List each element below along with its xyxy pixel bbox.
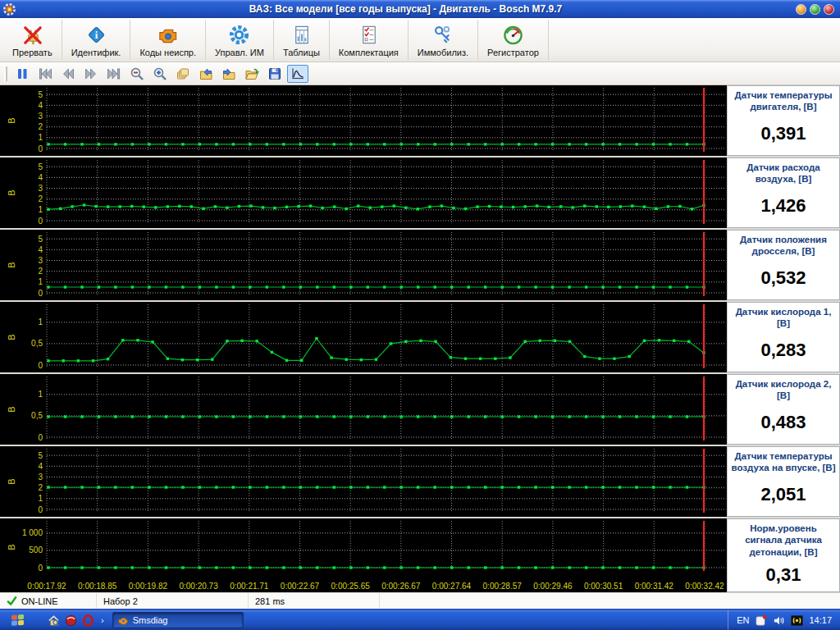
minimize-button[interactable] [796, 4, 806, 15]
series-marker [367, 143, 369, 145]
series-marker [476, 205, 478, 208]
maximize-button[interactable] [810, 4, 820, 15]
sensor-value: 0,31 [766, 564, 801, 586]
rewind-button[interactable] [57, 65, 79, 83]
series-marker [484, 143, 486, 145]
y-tick-label: 500 [29, 546, 43, 555]
quick-launch-globe-icon[interactable] [65, 614, 77, 627]
series-marker [47, 486, 49, 488]
series-marker [434, 566, 436, 568]
skip-end-button[interactable] [103, 65, 125, 83]
series-marker [181, 285, 184, 288]
y-tick-label: 1 [38, 133, 43, 142]
chart-plot: 00,51В [0, 374, 727, 445]
series-marker [568, 415, 570, 418]
series-marker [669, 285, 671, 288]
series-marker [77, 359, 80, 362]
series-marker [428, 205, 431, 208]
zoom-in-button[interactable] [149, 65, 171, 83]
save-button[interactable] [264, 65, 285, 83]
series-marker [635, 566, 637, 568]
identify-button[interactable]: iИдентифик. [62, 20, 131, 60]
tables-button[interactable]: Таблицы [274, 20, 330, 60]
series-marker [383, 285, 386, 288]
series-marker [583, 355, 586, 358]
quick-launch-home-icon[interactable] [48, 614, 60, 627]
series-marker [211, 358, 213, 361]
toolbar-button-label: Управл. ИМ [215, 48, 264, 57]
folder-in-button[interactable] [195, 65, 217, 83]
y-tick-label: 0,5 [31, 411, 43, 420]
y-tick-label: 0 [38, 433, 43, 442]
close-button[interactable] [824, 4, 834, 15]
y-tick-label: 2 [38, 194, 43, 203]
series-marker [404, 340, 407, 343]
pause-button[interactable] [11, 65, 33, 83]
start-button[interactable] [10, 613, 26, 628]
immobilizer-button[interactable]: Иммобилиз. [409, 20, 478, 60]
recorder-button[interactable]: Регистратор [478, 20, 549, 60]
x-axis-label: 0:00:26.67 [381, 582, 421, 591]
series-marker [450, 356, 452, 358]
folder-open-button[interactable] [241, 65, 262, 83]
series-marker [232, 415, 235, 418]
series-marker [232, 143, 235, 145]
series-marker [232, 285, 235, 288]
chart-button[interactable] [287, 65, 308, 83]
series-marker [523, 205, 526, 208]
chart-plot: 012345В [0, 446, 727, 517]
y-tick-label: 4 [38, 173, 43, 182]
series-marker [501, 486, 504, 488]
skip-start-icon [38, 66, 52, 81]
chart-canvas: 012345В [0, 230, 727, 300]
series-marker [199, 143, 201, 145]
actuator-control-icon [228, 24, 250, 46]
toolbar-grip[interactable] [4, 66, 7, 81]
series-marker [598, 358, 600, 360]
quick-launch-opera-icon[interactable] [82, 614, 94, 627]
series-marker [417, 566, 419, 568]
abort-button[interactable]: Прервать [3, 20, 62, 60]
skip-start-button[interactable] [34, 65, 56, 83]
taskbar-clock[interactable]: 14:17 [809, 615, 832, 625]
task-button-smsdiag[interactable]: Smsdiag [112, 612, 244, 628]
tray-connection-icon[interactable] [791, 614, 803, 627]
series-marker [452, 207, 454, 209]
equipment-button[interactable]: Комплектация [330, 20, 409, 60]
series-marker [534, 566, 536, 568]
series-marker [71, 205, 73, 208]
actuator-control-button[interactable]: Управл. ИМ [206, 20, 274, 60]
series-marker [249, 566, 251, 568]
trouble-codes-button[interactable]: Коды неиспр. [130, 20, 206, 60]
series-marker [114, 415, 116, 418]
tray-volume-icon[interactable] [773, 614, 785, 627]
series-marker [282, 285, 285, 288]
series-marker [299, 486, 302, 488]
series-marker [151, 340, 153, 343]
series-marker [98, 486, 100, 488]
series-line [48, 339, 704, 361]
series-marker [181, 415, 184, 418]
series-marker [226, 207, 228, 209]
copy-button[interactable] [172, 65, 194, 83]
folder-out-button[interactable] [218, 65, 240, 83]
series-marker [534, 143, 536, 145]
series-marker [333, 566, 336, 568]
toolbar-button-label: Регистратор [487, 48, 539, 57]
series-marker [686, 285, 688, 288]
online-label: ON-LINE [21, 596, 58, 606]
series-marker [450, 143, 453, 145]
series-marker [199, 486, 201, 488]
quick-launch-expand-icon[interactable]: › [101, 615, 104, 625]
language-indicator[interactable]: EN [737, 615, 749, 625]
fast-forward-button[interactable] [80, 65, 102, 83]
series-marker [547, 206, 550, 208]
x-axis-label: 0:00:18.85 [78, 582, 117, 591]
y-axis-unit: В [7, 478, 16, 484]
series-marker [202, 208, 204, 210]
series-marker [232, 486, 235, 488]
tray-network-icon[interactable] [755, 614, 767, 627]
series-marker [635, 285, 637, 288]
zoom-out-button[interactable] [126, 65, 148, 83]
series-marker [596, 205, 598, 208]
